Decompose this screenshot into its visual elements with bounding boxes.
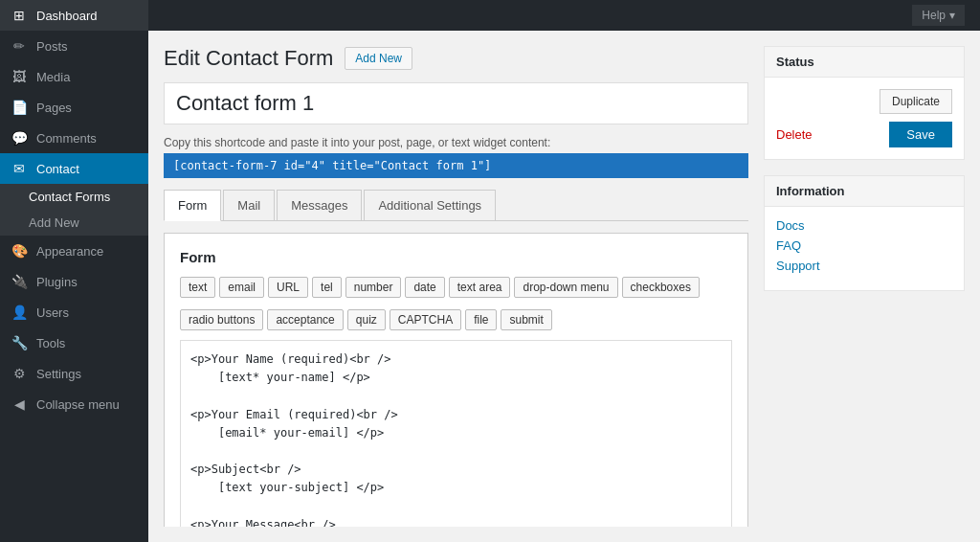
tag-btn-url[interactable]: URL — [268, 277, 308, 298]
sidebar-item-plugins[interactable]: 🔌 Plugins — [0, 266, 148, 297]
tab-form[interactable]: Form — [164, 190, 221, 221]
sidebar-item-add-new[interactable]: Add New — [0, 210, 148, 236]
main-wrapper: Help ▾ Edit Contact Form Add New Copy th… — [148, 0, 980, 542]
information-box: Information Docs FAQ Support — [764, 175, 965, 291]
tab-additional-settings[interactable]: Additional Settings — [364, 190, 496, 220]
duplicate-button[interactable]: Duplicate — [880, 89, 952, 114]
status-row: Duplicate — [776, 89, 952, 114]
page-title: Edit Contact Form — [164, 46, 333, 71]
posts-icon: ✏ — [10, 38, 29, 54]
information-box-body: Docs FAQ Support — [765, 207, 964, 290]
sidebar-item-label: Tools — [36, 336, 65, 350]
tag-btn-acceptance[interactable]: acceptance — [267, 309, 343, 330]
tag-btn-email[interactable]: email — [219, 277, 264, 298]
tag-btn-quiz[interactable]: quiz — [347, 309, 386, 330]
page-header: Edit Contact Form Add New — [164, 46, 748, 71]
delete-link[interactable]: Delete — [776, 127, 813, 142]
chevron-down-icon: ▾ — [949, 9, 955, 22]
sidebar-item-label: Media — [36, 70, 70, 84]
sidebar-item-users[interactable]: 👤 Users — [0, 297, 148, 327]
add-new-label: Add New — [29, 215, 79, 230]
status-box-body: Duplicate Delete Save — [765, 78, 964, 159]
sidebar-item-label: Comments — [36, 131, 97, 146]
comments-icon: 💬 — [10, 130, 29, 146]
tag-btn-number[interactable]: number — [345, 277, 402, 298]
sidebar-item-label: Dashboard — [36, 9, 98, 23]
information-box-header: Information — [765, 176, 964, 207]
form-code-editor[interactable]: <p>Your Name (required)<br /> [text* you… — [180, 340, 732, 527]
sidebar-item-settings[interactable]: ⚙ Settings — [0, 358, 148, 389]
tag-btn-checkboxes[interactable]: checkboxes — [622, 277, 700, 298]
tag-btn-submit[interactable]: submit — [501, 309, 551, 330]
main-content: Edit Contact Form Add New Copy this shor… — [164, 46, 748, 527]
sidebar-item-label: Appearance — [36, 244, 103, 259]
form-name-input[interactable] — [164, 82, 748, 124]
pages-icon: 📄 — [10, 100, 29, 115]
sidebar-item-label: Contact — [36, 162, 79, 176]
sidebar: ⊞ Dashboard ✏ Posts 🖼 Media 📄 Pages 💬 Co… — [0, 0, 148, 542]
plugins-icon: 🔌 — [10, 274, 29, 289]
sidebar-item-pages[interactable]: 📄 Pages — [0, 92, 148, 123]
support-link[interactable]: Support — [776, 259, 952, 273]
status-box: Status Duplicate Delete Save — [764, 46, 965, 160]
collapse-icon: ◀ — [10, 396, 29, 412]
tools-icon: 🔧 — [10, 335, 29, 350]
dashboard-icon: ⊞ — [10, 8, 29, 23]
sidebar-item-label: Pages — [36, 101, 72, 115]
contact-icon: ✉ — [10, 161, 29, 176]
form-editor-title: Form — [180, 249, 732, 265]
shortcode-section: Copy this shortcode and paste it into yo… — [164, 136, 748, 178]
sidebar-item-dashboard[interactable]: ⊞ Dashboard — [0, 0, 148, 31]
tab-messages[interactable]: Messages — [277, 190, 362, 220]
status-actions: Delete Save — [776, 122, 952, 147]
form-editor-panel: Form text email URL tel number date text… — [164, 233, 748, 527]
sidebar-submenu-contact: Contact Forms Add New — [0, 184, 148, 236]
help-label: Help — [922, 9, 946, 22]
tab-mail[interactable]: Mail — [223, 190, 275, 220]
shortcode-box[interactable]: [contact-form-7 id="4" title="Contact fo… — [164, 153, 748, 178]
status-box-header: Status — [765, 47, 964, 78]
tag-btn-text[interactable]: text — [180, 277, 215, 298]
media-icon: 🖼 — [10, 69, 29, 84]
appearance-icon: 🎨 — [10, 243, 29, 259]
sidebar-item-posts[interactable]: ✏ Posts — [0, 31, 148, 61]
tag-btn-radio[interactable]: radio buttons — [180, 309, 263, 330]
sidebar-item-tools[interactable]: 🔧 Tools — [0, 327, 148, 358]
sidebar-item-label: Users — [36, 305, 69, 320]
tag-btn-date[interactable]: date — [405, 277, 444, 298]
users-icon: 👤 — [10, 305, 29, 320]
tag-btn-tel[interactable]: tel — [312, 277, 342, 298]
topbar: Help ▾ — [148, 0, 980, 31]
tag-btn-file[interactable]: file — [465, 309, 497, 330]
tag-buttons: text email URL tel number date text area… — [180, 277, 732, 330]
help-button[interactable]: Help ▾ — [912, 5, 965, 26]
docs-link[interactable]: Docs — [776, 218, 952, 233]
shortcode-label: Copy this shortcode and paste it into yo… — [164, 136, 748, 149]
save-button[interactable]: Save — [889, 122, 952, 147]
content-area: Edit Contact Form Add New Copy this shor… — [148, 31, 980, 542]
settings-icon: ⚙ — [10, 366, 29, 381]
contact-forms-label: Contact Forms — [29, 190, 110, 204]
tabs: Form Mail Messages Additional Settings — [164, 190, 748, 221]
sidebar-item-label: Plugins — [36, 275, 78, 289]
tag-btn-textarea[interactable]: text area — [449, 277, 511, 298]
sidebar-item-media[interactable]: 🖼 Media — [0, 61, 148, 92]
sidebar-item-appearance[interactable]: 🎨 Appearance — [0, 236, 148, 266]
sidebar-item-contact[interactable]: ✉ Contact — [0, 153, 148, 184]
sidebar-item-contact-forms[interactable]: Contact Forms — [0, 184, 148, 210]
sidebar-item-label: Collapse menu — [36, 397, 120, 412]
faq-link[interactable]: FAQ — [776, 238, 952, 253]
tag-btn-captcha[interactable]: CAPTCHA — [390, 309, 461, 330]
sidebar-item-comments[interactable]: 💬 Comments — [0, 123, 148, 153]
sidebar-item-label: Posts — [36, 39, 68, 54]
sidebar-item-label: Settings — [36, 367, 81, 381]
right-sidebar: Status Duplicate Delete Save Information… — [764, 46, 965, 527]
sidebar-item-collapse[interactable]: ◀ Collapse menu — [0, 389, 148, 419]
tag-btn-dropdown[interactable]: drop-down menu — [514, 277, 617, 298]
add-new-button[interactable]: Add New — [345, 47, 412, 70]
